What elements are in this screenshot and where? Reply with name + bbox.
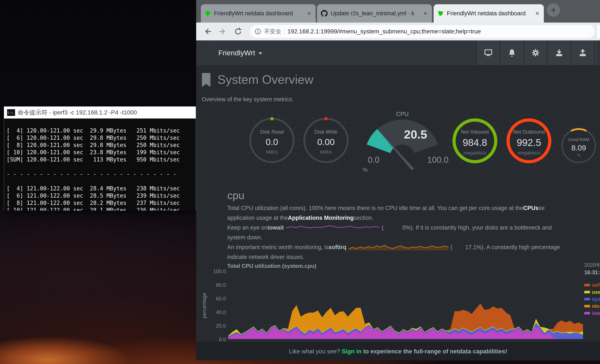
back-icon <box>203 27 212 36</box>
alarms-button[interactable] <box>500 40 523 65</box>
legend-swatch <box>584 305 590 308</box>
chart-time: 16:31:2 <box>584 269 600 276</box>
navbar-button-partial <box>594 40 596 65</box>
url-divider <box>284 28 284 35</box>
terminal-window[interactable]: C:\. 命令提示符 - iperf3 -c 192.168.1.2 -P4 -… <box>4 106 196 210</box>
page-subtitle: Overview of the key system metrics. <box>202 96 294 103</box>
softirq-value: 17.1% <box>465 244 482 251</box>
text: application usage at the <box>227 215 288 221</box>
svg-text:megabits/s: megabits/s <box>518 150 540 156</box>
description-line: system down. <box>227 233 600 242</box>
tab-netdata-active[interactable]: FriendlyWrt netdata dashboard × <box>434 4 544 23</box>
legend-name: iowait <box>592 310 600 316</box>
url-text[interactable]: 192.168.2.1:19999/#menu_system_submenu_c… <box>287 28 481 35</box>
svg-text:Disk Read: Disk Read <box>260 129 284 135</box>
svg-text:0.0: 0.0 <box>266 137 278 147</box>
legend-name: system <box>592 296 600 302</box>
sign-in-link[interactable]: Sign in <box>342 348 362 355</box>
cmd-icon: C:\. <box>7 109 15 116</box>
iowait-sparkline[interactable] <box>286 225 380 230</box>
terminal-body[interactable]: [ 4] 120.00-121.00 sec 29.9 MBytes 251 M… <box>4 119 196 211</box>
reload-button[interactable] <box>233 26 244 37</box>
svg-text:Net Outbound: Net Outbound <box>513 129 545 135</box>
tab-close-icon[interactable]: × <box>534 10 540 17</box>
svg-text:0.00: 0.00 <box>317 137 335 147</box>
legend-item[interactable]: nice <box>584 302 600 309</box>
bell-icon <box>507 48 516 57</box>
svg-text:8.09: 8.09 <box>572 144 586 152</box>
softirq-label: softirq <box>328 244 346 251</box>
chart-date: 2020年3 <box>584 262 600 269</box>
page-title: System Overview <box>217 72 313 87</box>
legend-swatch <box>584 284 590 286</box>
save-snapshot-button[interactable] <box>547 40 571 65</box>
text: system down. <box>227 234 262 241</box>
svg-text:984.8: 984.8 <box>463 137 487 148</box>
tab-close-icon[interactable]: × <box>422 10 428 17</box>
host-name: FriendlyWrt <box>218 49 255 57</box>
upload-icon <box>578 48 587 57</box>
cpu-description: Total CPU utilization (all cores). 100% … <box>227 203 600 267</box>
used-ram-gauge[interactable]: Used RAM 8.09 % <box>557 124 600 167</box>
text: An important metric worth monitoring, is <box>227 244 328 251</box>
netdata-icon <box>205 10 211 17</box>
text: indicate network driver issues. <box>227 254 304 260</box>
description-line: An important metric worth monitoring, is… <box>227 242 600 252</box>
settings-button[interactable] <box>523 40 547 65</box>
load-snapshot-button[interactable] <box>571 40 594 65</box>
svg-text:MiB/s: MiB/s <box>266 149 278 155</box>
legend-item[interactable]: iowait <box>584 309 600 317</box>
tab-netdata-1[interactable]: FriendlyWrt netdata dashboard × <box>201 4 316 23</box>
applications-monitoring-link[interactable]: Applications Monitoring <box>288 215 354 221</box>
net-outbound-gauge[interactable]: Net Outbound 992.5 megabits/s <box>501 113 557 168</box>
text: Like what you see? <box>289 348 342 355</box>
browser-toolbar: 不安全 192.168.2.1:19999/#menu_system_subme… <box>196 23 600 40</box>
tab-title: FriendlyWrt netdata dashboard <box>214 10 303 17</box>
legend-item[interactable]: softirq <box>584 281 600 289</box>
text: ). A constantly high percentage <box>481 244 560 251</box>
tab-close-icon[interactable]: × <box>306 10 312 17</box>
print-dashboard-button[interactable] <box>476 40 500 65</box>
svg-text:megabits/s: megabits/s <box>464 150 486 156</box>
text: Keep an eye on <box>227 224 267 231</box>
chevron-down-icon <box>259 52 262 55</box>
signin-text: Like what you see? Sign in to experience… <box>289 348 507 355</box>
navbar-buttons <box>476 40 596 65</box>
cpus-link[interactable]: CPUs <box>523 205 538 212</box>
disk-write-dot <box>324 117 328 121</box>
description-line: indicate network driver issues. <box>227 252 600 262</box>
new-tab-button[interactable]: + <box>547 3 560 17</box>
disk-read-gauge[interactable]: Disk Read 0.0 MiB/s <box>244 113 300 168</box>
legend-item[interactable]: system <box>584 296 600 302</box>
tab-github[interactable]: Update r2s_lean_minimal.yml · k × <box>317 4 432 23</box>
svg-text:%: % <box>577 153 581 158</box>
svg-text:MiB/s: MiB/s <box>320 149 332 155</box>
host-menu-button[interactable]: FriendlyWrt <box>218 40 262 65</box>
text: to experience the full-range of netdata … <box>362 348 507 355</box>
legend-item[interactable]: user <box>584 289 600 296</box>
legend-name: nice <box>592 303 600 309</box>
terminal-titlebar[interactable]: C:\. 命令提示符 - iperf3 -c 192.168.1.2 -P4 -… <box>4 107 196 119</box>
softirq-sparkline[interactable] <box>348 244 449 250</box>
net-inbound-gauge[interactable]: Net Inbound 984.8 megabits/s <box>447 113 503 168</box>
disk-read-dot <box>270 117 274 121</box>
back-button[interactable] <box>202 26 213 37</box>
bookmark-icon <box>202 73 211 87</box>
svg-text:100.0: 100.0 <box>427 155 448 164</box>
svg-text:0.0: 0.0 <box>368 155 380 164</box>
address-bar[interactable]: 不安全 192.168.2.1:19999/#menu_system_subme… <box>250 25 595 38</box>
legend-name: user <box>592 289 600 295</box>
y-tick: 80.0 <box>200 282 226 288</box>
cpu-utilization-chart[interactable] <box>228 271 583 342</box>
disk-write-gauge[interactable]: Disk Write 0.00 MiB/s <box>298 113 354 168</box>
forward-button[interactable] <box>217 26 228 37</box>
cpu-gauge[interactable]: 20.5 0.0 100.0 % <box>359 110 448 173</box>
svg-text:20.5: 20.5 <box>404 128 427 141</box>
svg-text:Used RAM: Used RAM <box>568 137 589 142</box>
gear-icon <box>531 48 540 57</box>
description-line: Keep an eye on iowait (0%). If it is con… <box>227 223 600 233</box>
security-label[interactable]: 不安全 <box>264 28 281 35</box>
description-line: application usage at the Applications Mo… <box>227 213 600 223</box>
text: ( <box>382 224 384 231</box>
svg-text:Net Inbound: Net Inbound <box>461 129 489 135</box>
